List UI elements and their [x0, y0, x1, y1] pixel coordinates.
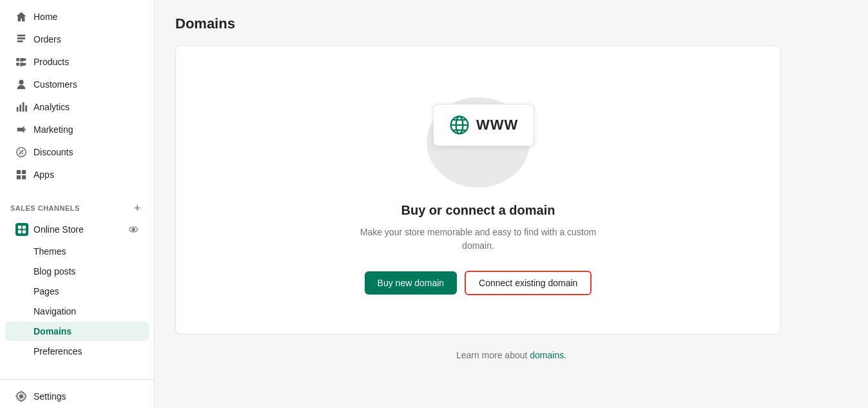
svg-rect-18 — [22, 175, 26, 179]
products-icon — [15, 56, 27, 68]
settings-icon — [15, 391, 27, 402]
card-heading: Buy or connect a domain — [401, 203, 555, 218]
svg-rect-12 — [23, 102, 24, 112]
svg-rect-0 — [17, 35, 26, 37]
card-actions: Buy new domain Connect existing domain — [365, 271, 592, 295]
svg-rect-15 — [17, 170, 21, 174]
sidebar-item-blog-posts[interactable]: Blog posts — [5, 262, 149, 281]
card-description: Make your store memorable and easy to fi… — [356, 226, 601, 253]
sidebar-item-themes[interactable]: Themes — [5, 242, 149, 261]
customers-icon — [15, 79, 27, 90]
www-illustration: WWW — [420, 84, 536, 188]
svg-rect-1 — [17, 37, 26, 39]
svg-rect-3 — [17, 59, 19, 61]
sidebar-item-pages[interactable]: Pages — [5, 282, 149, 301]
marketing-icon — [15, 124, 27, 135]
sidebar-item-online-store[interactable]: Online Store — [5, 218, 149, 241]
domains-card: WWW Buy or connect a domain Make your st… — [175, 45, 781, 335]
globe-icon — [449, 115, 470, 135]
sidebar: Home Orders — [0, 0, 155, 408]
svg-point-25 — [19, 394, 23, 398]
sidebar-item-preferences[interactable]: Preferences — [5, 342, 149, 361]
sidebar-item-home[interactable]: Home — [5, 6, 149, 28]
main-content: Domains WWW Buy or connect a domain Ma — [155, 0, 868, 408]
sidebar-item-navigation[interactable]: Navigation — [5, 302, 149, 321]
view-store-button[interactable] — [128, 224, 139, 235]
online-store-icon — [15, 223, 28, 236]
svg-rect-6 — [20, 63, 23, 66]
svg-rect-4 — [17, 63, 19, 66]
svg-rect-13 — [25, 105, 27, 112]
svg-rect-11 — [19, 104, 21, 112]
svg-point-24 — [132, 228, 135, 231]
svg-rect-7 — [24, 59, 26, 61]
sales-channels-header: SALES CHANNELS + — [0, 194, 154, 217]
svg-rect-22 — [23, 230, 26, 233]
sidebar-item-orders[interactable]: Orders — [5, 28, 149, 50]
buy-new-domain-button[interactable]: Buy new domain — [365, 271, 458, 295]
sidebar-item-settings[interactable]: Settings — [5, 385, 149, 407]
page-title: Domains — [175, 15, 847, 32]
sidebar-bottom: Settings — [0, 379, 154, 408]
www-label: WWW — [476, 117, 518, 133]
svg-rect-21 — [18, 230, 21, 233]
home-icon — [15, 11, 27, 23]
svg-rect-20 — [23, 226, 26, 229]
svg-point-9 — [19, 80, 23, 84]
svg-rect-19 — [18, 226, 21, 229]
svg-rect-10 — [17, 107, 19, 112]
svg-rect-2 — [17, 41, 23, 43]
domains-link[interactable]: domains. — [530, 350, 566, 360]
analytics-icon — [15, 101, 27, 113]
learn-more-text: Learn more about domains. — [175, 350, 847, 360]
sidebar-item-customers[interactable]: Customers — [5, 73, 149, 95]
sidebar-item-discounts[interactable]: Discounts — [5, 141, 149, 163]
svg-rect-8 — [24, 63, 26, 66]
www-box: WWW — [433, 104, 534, 146]
sidebar-item-analytics[interactable]: Analytics — [5, 96, 149, 118]
apps-icon — [15, 169, 27, 180]
sidebar-item-domains[interactable]: Domains — [5, 322, 149, 341]
sidebar-item-marketing[interactable]: Marketing — [5, 119, 149, 141]
discounts-icon — [15, 146, 27, 158]
sidebar-item-apps[interactable]: Apps — [5, 164, 149, 186]
connect-existing-domain-button[interactable]: Connect existing domain — [465, 271, 592, 295]
svg-rect-17 — [17, 175, 21, 179]
orders-icon — [15, 34, 27, 45]
add-channel-button[interactable]: + — [131, 202, 144, 215]
sidebar-item-products[interactable]: Products — [5, 51, 149, 73]
svg-rect-5 — [20, 59, 23, 61]
svg-rect-16 — [22, 170, 26, 174]
